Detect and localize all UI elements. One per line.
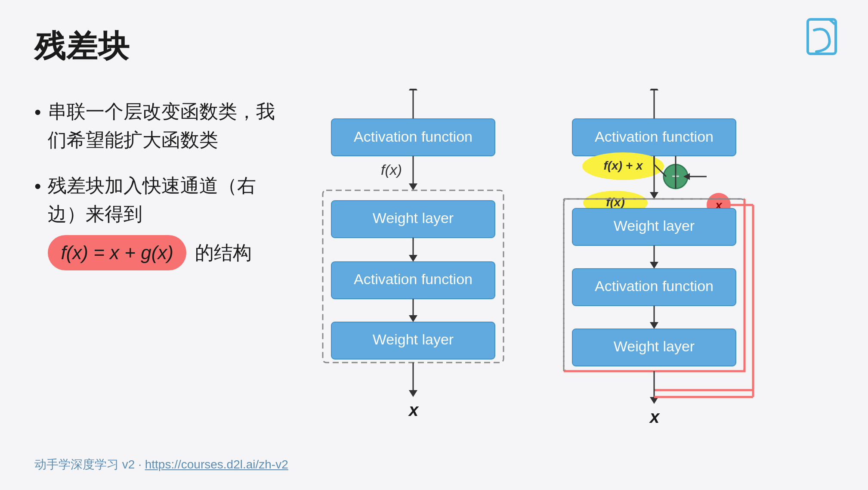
svg-text:f(x) + x: f(x) + x [603,159,643,172]
diagrams-container: Activation function f(x) Weight layer [318,89,834,425]
svg-marker-7 [409,183,417,190]
formula-pill: f(x) = x + g(x) [48,235,186,270]
text-panel: • 串联一个层改变函数类，我们希望能扩大函数类 • 残差块加入快速通道（右边）来… [34,89,293,288]
diagram-left-svg: Activation function f(x) Weight layer [318,89,508,425]
svg-text:Weight layer: Weight layer [373,331,454,347]
svg-text:Weight layer: Weight layer [373,210,454,226]
slide: 残差块 • 串联一个层改变函数类，我们希望能扩大函数类 • 残差块加入快速通道（… [0,0,868,490]
svg-marker-13 [409,255,417,262]
svg-text:Activation function: Activation function [595,128,714,145]
bullet-2: • 残差块加入快速通道（右边）来得到 f(x) = x + g(x) 的结构 [34,171,293,270]
page-title: 残差块 [34,26,834,67]
svg-rect-0 [808,19,836,54]
svg-text:Activation function: Activation function [354,271,473,287]
bullet-dot-2: • [34,172,41,201]
bullet-1: • 串联一个层改变函数类，我们希望能扩大函数类 [34,97,293,154]
formula-suffix: 的结构 [195,239,252,267]
bullet-text-2: 残差块加入快速通道（右边）来得到 f(x) = x + g(x) 的结构 [48,171,293,270]
diagram-right-svg: Activation function f(x) + x + x [559,89,783,425]
svg-marker-3 [409,89,417,90]
svg-text:Weight layer: Weight layer [614,217,695,234]
svg-marker-44 [650,192,658,199]
svg-text:f(x): f(x) [606,195,625,209]
footer-text: 动手学深度学习 v2 · [34,458,145,471]
svg-text:Weight layer: Weight layer [614,338,695,354]
footer-link[interactable]: https://courses.d2l.ai/zh-v2 [145,458,288,471]
svg-marker-49 [650,262,658,269]
svg-marker-53 [650,322,658,329]
bullet-dot-1: • [34,98,41,127]
svg-marker-24 [650,89,658,90]
footer: 动手学深度学习 v2 · https://courses.d2l.ai/zh-v… [34,456,288,473]
diagram-right: Activation function f(x) + x + x [559,89,783,425]
svg-text:x: x [408,400,419,419]
svg-text:Activation function: Activation function [354,128,473,145]
logo [803,17,842,56]
svg-text:Activation function: Activation function [595,278,714,294]
svg-text:x: x [649,407,660,425]
bullet-text-2-main: 残差块加入快速通道（右边）来得到 [48,175,256,224]
bullet-text-1: 串联一个层改变函数类，我们希望能扩大函数类 [48,97,293,154]
svg-marker-17 [409,315,417,322]
formula-container: f(x) = x + g(x) 的结构 [48,235,252,270]
diagram-left: Activation function f(x) Weight layer [318,89,508,425]
svg-text:f(x): f(x) [381,161,402,178]
svg-marker-21 [409,390,417,397]
